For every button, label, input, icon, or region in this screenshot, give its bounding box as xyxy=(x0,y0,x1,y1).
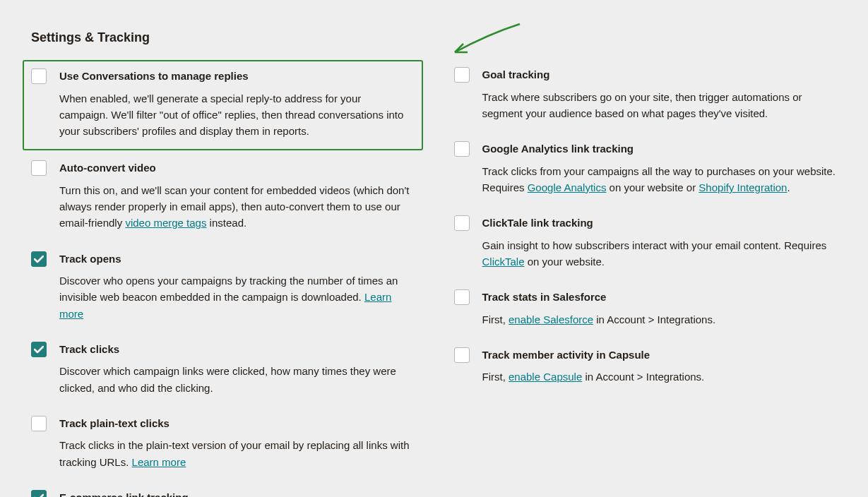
goal-tracking-checkbox[interactable] xyxy=(454,67,470,83)
setting-auto-convert-video: Auto-convert videoTurn this on, and we'l… xyxy=(23,153,423,241)
text: . xyxy=(787,181,790,193)
text: Discover which campaign links were click… xyxy=(59,365,396,393)
use-conversations-description: When enabled, we'll generate a special r… xyxy=(59,90,413,140)
use-conversations-label: Use Conversations to manage replies xyxy=(59,68,413,85)
setting-body: Track opensDiscover who opens your campa… xyxy=(59,251,415,322)
clicktale-link-tracking-description: Gain insight to how subscribers interact… xyxy=(482,237,838,270)
clicktale-link-tracking-link[interactable]: ClickTale xyxy=(482,256,525,268)
track-stats-salesforce-link[interactable]: enable Salesforce xyxy=(509,313,593,325)
text: on your website. xyxy=(525,256,605,268)
text: Track where subscribers go on your site,… xyxy=(482,91,802,119)
auto-convert-video-description: Turn this on, and we'll scan your conten… xyxy=(59,182,415,232)
text: Track clicks in the plain-text version o… xyxy=(59,439,409,467)
setting-body: Google Analytics link trackingTrack clic… xyxy=(482,141,838,196)
setting-body: Track clicksDiscover which campaign link… xyxy=(59,342,415,396)
setting-track-member-capsule: Track member activity in CapsuleFirst, e… xyxy=(446,340,846,395)
track-stats-salesforce-checkbox[interactable] xyxy=(454,289,470,305)
auto-convert-video-link[interactable]: video merge tags xyxy=(125,217,206,229)
ga-link-tracking-checkbox[interactable] xyxy=(454,141,470,157)
track-stats-salesforce-description: First, enable Salesforce in Account > In… xyxy=(482,311,838,328)
section-title: Settings & Tracking xyxy=(23,0,845,60)
track-opens-description: Discover who opens your campaigns by tra… xyxy=(59,273,415,322)
setting-body: Use Conversations to manage repliesWhen … xyxy=(59,68,413,139)
setting-track-stats-salesforce: Track stats in SalesforceFirst, enable S… xyxy=(446,282,846,337)
setting-body: Track stats in SalesforceFirst, enable S… xyxy=(482,289,838,328)
ga-link-tracking-link[interactable]: Google Analytics xyxy=(528,181,607,193)
text: instead. xyxy=(206,217,246,229)
track-plaintext-clicks-description: Track clicks in the plain-text version o… xyxy=(59,437,415,470)
track-plaintext-clicks-label: Track plain-text clicks xyxy=(59,416,415,432)
text: Gain insight to how subscribers interact… xyxy=(482,239,827,251)
ecommerce-link-tracking-label: E-commerce link tracking xyxy=(59,490,415,497)
clicktale-link-tracking-checkbox[interactable] xyxy=(454,215,470,231)
auto-convert-video-label: Auto-convert video xyxy=(59,160,415,176)
clicktale-link-tracking-label: ClickTale link tracking xyxy=(482,215,838,232)
track-clicks-description: Discover which campaign links were click… xyxy=(59,363,415,396)
track-opens-label: Track opens xyxy=(59,251,415,268)
setting-clicktale-link-tracking: ClickTale link trackingGain insight to h… xyxy=(446,208,846,280)
setting-ga-link-tracking: Google Analytics link trackingTrack clic… xyxy=(446,134,846,205)
goal-tracking-label: Goal tracking xyxy=(482,67,838,83)
setting-goal-tracking: Goal trackingTrack where subscribers go … xyxy=(446,60,846,131)
text: in Account > Integrations. xyxy=(593,313,715,325)
track-plaintext-clicks-checkbox[interactable] xyxy=(31,416,47,431)
setting-use-conversations: Use Conversations to manage repliesWhen … xyxy=(23,60,423,150)
track-plaintext-clicks-link[interactable]: Learn more xyxy=(132,456,186,468)
setting-body: Track plain-text clicksTrack clicks in t… xyxy=(59,416,415,470)
setting-body: ClickTale link trackingGain insight to h… xyxy=(482,215,838,270)
text: First, xyxy=(482,313,509,325)
text: Discover who opens your campaigns by tra… xyxy=(59,275,398,303)
ga-link-tracking-description: Track clicks from your campaigns all the… xyxy=(482,163,838,196)
setting-body: Auto-convert videoTurn this on, and we'l… xyxy=(59,160,415,231)
use-conversations-checkbox[interactable] xyxy=(31,68,47,84)
track-member-capsule-checkbox[interactable] xyxy=(454,347,470,363)
setting-ecommerce-link-tracking: E-commerce link trackingTrack visitors t… xyxy=(23,483,423,497)
setting-track-clicks: Track clicksDiscover which campaign link… xyxy=(23,335,423,406)
track-clicks-label: Track clicks xyxy=(59,342,415,358)
track-member-capsule-label: Track member activity in Capsule xyxy=(482,347,838,364)
track-opens-checkbox[interactable] xyxy=(31,251,47,267)
auto-convert-video-checkbox[interactable] xyxy=(31,160,47,176)
track-clicks-checkbox[interactable] xyxy=(31,342,47,357)
setting-track-opens: Track opensDiscover who opens your campa… xyxy=(23,244,423,332)
text: on your website or xyxy=(606,181,698,193)
text: in Account > Integrations. xyxy=(582,371,704,383)
setting-track-plaintext-clicks: Track plain-text clicksTrack clicks in t… xyxy=(23,409,423,480)
setting-body: Goal trackingTrack where subscribers go … xyxy=(482,67,838,121)
track-member-capsule-description: First, enable Capsule in Account > Integ… xyxy=(482,369,838,385)
text: First, xyxy=(482,371,509,383)
goal-tracking-description: Track where subscribers go on your site,… xyxy=(482,89,838,122)
setting-body: Track member activity in CapsuleFirst, e… xyxy=(482,347,838,385)
ecommerce-link-tracking-checkbox[interactable] xyxy=(31,490,47,497)
ga-link-tracking-label: Google Analytics link tracking xyxy=(482,141,838,157)
track-member-capsule-link[interactable]: enable Capsule xyxy=(509,371,582,383)
ga-link-tracking-link[interactable]: Shopify Integration xyxy=(698,181,787,193)
setting-body: E-commerce link trackingTrack visitors t… xyxy=(59,490,415,497)
track-stats-salesforce-label: Track stats in Salesforce xyxy=(482,289,838,306)
text: When enabled, we'll generate a special r… xyxy=(59,92,403,138)
